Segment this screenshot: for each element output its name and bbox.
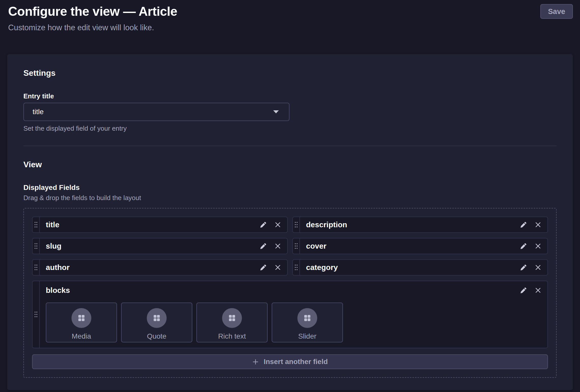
entry-title-label: Entry title	[23, 92, 557, 100]
pencil-icon	[520, 287, 527, 294]
insert-another-field-button[interactable]: Insert another field	[32, 354, 548, 369]
page-header-text: Configure the view — Article Customize h…	[8, 4, 177, 33]
remove-field-button[interactable]	[535, 243, 541, 249]
component-card-slider: Slider	[272, 303, 343, 342]
grip-dots-icon	[34, 311, 38, 318]
field-actions	[259, 217, 287, 232]
grid-icon	[228, 314, 236, 322]
entry-title-select-value: title	[33, 108, 44, 116]
drag-handle[interactable]	[33, 281, 40, 348]
edit-field-button[interactable]	[259, 243, 267, 250]
field-card-description: description	[292, 217, 548, 233]
grip-dots-icon	[34, 243, 38, 249]
field-actions	[520, 238, 547, 254]
edit-field-button[interactable]	[520, 264, 527, 271]
component-label: Rich text	[218, 332, 246, 341]
drag-handle[interactable]	[33, 260, 40, 275]
remove-field-button[interactable]	[274, 264, 281, 271]
blocks-header: blocks	[46, 286, 541, 295]
close-icon	[274, 221, 281, 228]
pencil-icon	[520, 221, 527, 229]
drag-handle[interactable]	[33, 238, 40, 254]
grip-dots-icon	[295, 264, 298, 271]
pencil-icon	[259, 221, 267, 229]
pencil-icon	[259, 264, 267, 271]
entry-title-hint: Set the displayed field of your entry	[23, 125, 557, 132]
field-actions	[520, 217, 547, 232]
drag-handle[interactable]	[293, 238, 300, 254]
entry-title-select[interactable]: title	[23, 103, 289, 121]
component-label: Quote	[147, 332, 166, 341]
drag-handle[interactable]	[33, 217, 40, 232]
page-header: Configure the view — Article Customize h…	[0, 0, 580, 33]
field-name: slug	[40, 238, 259, 254]
edit-field-button[interactable]	[259, 264, 267, 271]
grip-dots-icon	[295, 243, 298, 249]
field-card-category: category	[292, 259, 548, 276]
edit-field-button[interactable]	[520, 243, 527, 250]
grid-icon	[77, 314, 86, 322]
remove-field-button[interactable]	[535, 264, 541, 271]
fields-grid: title description	[32, 217, 548, 348]
field-card-author: author	[32, 259, 288, 276]
pencil-icon	[520, 264, 527, 271]
grip-dots-icon	[295, 221, 298, 228]
remove-field-button[interactable]	[535, 287, 541, 294]
displayed-fields-heading: Displayed Fields	[23, 183, 557, 192]
chevron-down-icon	[273, 110, 279, 113]
displayed-fields-hint: Drag & drop the fields to build the layo…	[23, 194, 557, 202]
field-actions	[259, 260, 287, 275]
close-icon	[274, 264, 281, 271]
view-heading: View	[23, 159, 557, 170]
close-icon	[535, 287, 541, 294]
grid-icon	[152, 314, 161, 322]
component-label: Slider	[298, 332, 316, 341]
pencil-icon	[520, 243, 527, 250]
blocks-components: Media Quote Rich text	[46, 303, 541, 342]
settings-heading: Settings	[23, 68, 557, 78]
drag-handle[interactable]	[293, 260, 300, 275]
component-icon-circle	[297, 308, 317, 328]
fields-dropzone: title description	[23, 208, 557, 378]
insert-another-field-label: Insert another field	[264, 358, 328, 366]
component-card-media: Media	[46, 303, 117, 342]
component-card-rich-text: Rich text	[196, 303, 268, 342]
pencil-icon	[259, 243, 267, 250]
field-card-slug: slug	[32, 238, 288, 254]
remove-field-button[interactable]	[274, 221, 281, 228]
remove-field-button[interactable]	[274, 243, 281, 249]
grip-dots-icon	[34, 264, 38, 271]
page-subtitle: Customize how the edit view will look li…	[8, 23, 177, 33]
section-divider	[23, 146, 557, 146]
field-name: title	[40, 217, 259, 232]
field-card-title: title	[32, 217, 288, 233]
component-card-quote: Quote	[121, 303, 192, 342]
component-icon-circle	[71, 308, 91, 328]
save-button[interactable]: Save	[540, 4, 573, 19]
remove-field-button[interactable]	[535, 221, 541, 228]
edit-field-button[interactable]	[259, 221, 267, 229]
edit-field-button[interactable]	[520, 221, 527, 229]
field-name: cover	[300, 238, 520, 254]
plus-icon	[252, 358, 259, 365]
close-icon	[535, 221, 541, 228]
entry-title-group: Entry title title Set the displayed fiel…	[23, 92, 557, 132]
field-name: blocks	[46, 286, 70, 295]
component-label: Media	[72, 332, 91, 341]
field-actions	[520, 287, 541, 294]
field-card-cover: cover	[292, 238, 548, 254]
component-icon-circle	[222, 308, 242, 328]
close-icon	[535, 264, 541, 271]
configure-view-card: Settings Entry title title Set the displ…	[7, 54, 573, 390]
edit-field-button[interactable]	[520, 287, 527, 294]
component-icon-circle	[147, 308, 167, 328]
blocks-content: blocks Media	[40, 281, 547, 348]
field-actions	[520, 260, 547, 275]
drag-handle[interactable]	[293, 217, 300, 232]
field-actions	[259, 238, 287, 254]
close-icon	[535, 243, 541, 249]
field-name: description	[300, 217, 520, 232]
page-title: Configure the view — Article	[8, 4, 177, 19]
grip-dots-icon	[34, 221, 38, 228]
field-card-blocks: blocks Media	[32, 281, 548, 348]
